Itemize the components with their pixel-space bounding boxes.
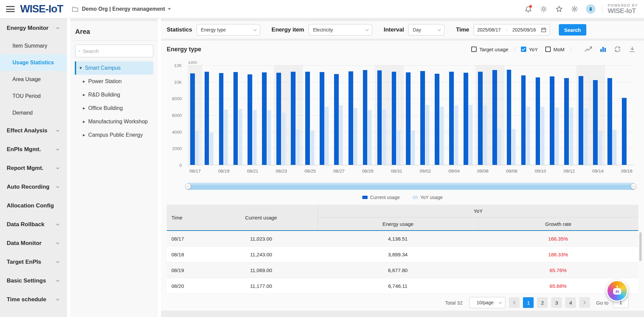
bar-yoy-usage[interactable] xyxy=(267,110,271,165)
table-row[interactable]: 08/1711,023.004,138.51166.35% xyxy=(167,231,638,247)
bar-group-09-04[interactable] xyxy=(447,65,461,165)
page-button-1[interactable]: 1 xyxy=(523,297,534,308)
bar-group-08-23[interactable] xyxy=(274,65,288,165)
bar-current-usage[interactable] xyxy=(348,71,353,165)
caret-right-icon[interactable]: ▶ xyxy=(83,120,85,123)
bar-group-08-20[interactable] xyxy=(231,65,246,165)
download-button[interactable] xyxy=(629,46,636,53)
sidebar-item-basic-settings[interactable]: Basic Settings xyxy=(0,271,67,290)
sidebar-item-item-summary[interactable]: Item Summary xyxy=(0,38,67,54)
bar-group-08-29[interactable] xyxy=(361,65,375,165)
bar-current-usage[interactable] xyxy=(507,70,512,165)
bar-current-usage[interactable] xyxy=(406,72,411,165)
bar-yoy-usage[interactable] xyxy=(555,108,559,165)
bar-group-09-10[interactable] xyxy=(533,65,548,165)
bar-group-08-19[interactable] xyxy=(217,65,231,165)
sidebar-item-usage-statistics[interactable]: Usage Statistics xyxy=(0,54,67,71)
sidebar-item-allocation-config[interactable]: Allocation Config xyxy=(0,196,67,215)
bar-yoy-usage[interactable] xyxy=(598,131,602,165)
bar-group-08-22[interactable] xyxy=(260,65,274,165)
bar-yoy-usage[interactable] xyxy=(311,130,314,165)
bar-current-usage[interactable] xyxy=(305,72,310,165)
bar-current-usage[interactable] xyxy=(377,70,382,165)
bar-current-usage[interactable] xyxy=(233,72,238,165)
bar-current-usage[interactable] xyxy=(564,78,569,165)
sidebar-item-time-schedule[interactable]: Time schedule xyxy=(0,290,67,309)
yoy-checkbox[interactable]: YoY xyxy=(521,47,538,52)
bar-current-usage[interactable] xyxy=(420,71,425,165)
bar-yoy-usage[interactable] xyxy=(368,110,372,165)
sidebar-item-energy-monitor[interactable]: Energy Monitor xyxy=(0,19,67,38)
bar-group-08-27[interactable] xyxy=(332,65,346,165)
tree-node-office-building[interactable]: ▶Office Building xyxy=(75,102,153,115)
bar-yoy-usage[interactable] xyxy=(210,133,213,165)
bar-yoy-usage[interactable] xyxy=(526,107,530,165)
sidebar-item-area-usage[interactable]: Area Usage xyxy=(0,71,67,88)
bar-group-08-26[interactable] xyxy=(317,65,332,165)
bar-group-09-14[interactable] xyxy=(591,65,605,165)
bar-group-08-31[interactable] xyxy=(389,65,404,165)
ai-assistant-button[interactable]: AI xyxy=(606,280,628,302)
bar-group-08-25[interactable] xyxy=(303,65,317,165)
sidebar-item-data-rollback[interactable]: Data Rollback xyxy=(0,215,67,234)
bar-yoy-usage[interactable] xyxy=(382,110,386,165)
zoom-handle-right[interactable] xyxy=(631,184,637,189)
bar-group-09-01[interactable] xyxy=(404,65,418,165)
bar-current-usage[interactable] xyxy=(248,74,252,165)
bar-current-usage[interactable] xyxy=(464,73,468,165)
bar-group-09-13[interactable] xyxy=(576,65,591,165)
sidebar-item-data-monitor[interactable]: Data Monitor xyxy=(0,234,67,253)
line-chart-toggle[interactable] xyxy=(584,46,592,53)
bar-current-usage[interactable] xyxy=(435,74,439,165)
tree-node-manufacturing-workshop[interactable]: ▶Manufacturing Workshop xyxy=(75,115,153,128)
bar-yoy-usage[interactable] xyxy=(224,110,228,165)
bar-group-09-06[interactable] xyxy=(476,65,490,165)
bar-group-08-21[interactable] xyxy=(246,65,260,165)
tree-node-smart-campus[interactable]: ▼Smart Campus xyxy=(75,61,153,75)
bar-current-usage[interactable] xyxy=(219,73,224,165)
bar-current-usage[interactable] xyxy=(190,73,195,165)
table-scrollbar[interactable] xyxy=(639,232,642,261)
bar-yoy-usage[interactable] xyxy=(411,130,415,165)
bar-yoy-usage[interactable] xyxy=(325,107,328,165)
page-button-2[interactable]: 2 xyxy=(537,297,548,308)
sidebar-item-report-mgmt[interactable]: Report Mgmt. xyxy=(0,159,67,178)
table-row[interactable]: 08/2011,177.006,746.1165.68% xyxy=(167,278,638,294)
bar-group-09-11[interactable] xyxy=(548,65,562,165)
bar-yoy-usage[interactable] xyxy=(483,106,487,165)
bar-current-usage[interactable] xyxy=(363,70,368,165)
chart-zoom-slider[interactable] xyxy=(188,183,634,190)
bar-yoy-usage[interactable] xyxy=(497,129,501,165)
org-selector[interactable]: Demo Org | Energy management xyxy=(82,6,171,12)
refresh-button[interactable] xyxy=(614,46,621,53)
caret-down-icon[interactable]: ▼ xyxy=(79,66,82,70)
bar-group-09-09[interactable] xyxy=(519,65,533,165)
area-search-input[interactable] xyxy=(83,48,150,54)
bar-group-08-28[interactable] xyxy=(346,65,361,165)
page-button-3[interactable]: 3 xyxy=(551,297,562,308)
sidebar-item-tou-period[interactable]: TOU Period xyxy=(0,88,67,105)
bar-current-usage[interactable] xyxy=(320,72,324,165)
bar-group-09-02[interactable] xyxy=(418,65,432,165)
sidebar-item-enpls-mgmt[interactable]: EnPls Mgmt. xyxy=(0,140,67,159)
table-row[interactable]: 08/1811,243.003,899.34188.33% xyxy=(167,247,638,262)
bar-current-usage[interactable] xyxy=(276,73,281,165)
bar-yoy-usage[interactable] xyxy=(612,130,616,165)
settings-button[interactable] xyxy=(571,5,579,13)
interval-select[interactable]: Day xyxy=(408,24,444,36)
legend-item-yoy-usage[interactable]: YoY usage xyxy=(413,195,443,200)
bar-current-usage[interactable] xyxy=(205,72,209,165)
statistics-select[interactable]: Energy type xyxy=(197,24,260,36)
bar-current-usage[interactable] xyxy=(579,76,583,165)
legend-item-current-usage[interactable]: Current usage xyxy=(362,195,400,200)
hamburger-menu-icon[interactable] xyxy=(6,6,15,12)
bar-current-usage[interactable] xyxy=(521,75,526,165)
bar-yoy-usage[interactable] xyxy=(282,113,285,165)
bar-current-usage[interactable] xyxy=(607,78,612,165)
bar-current-usage[interactable] xyxy=(492,70,497,165)
bar-chart-toggle[interactable] xyxy=(600,46,606,53)
bar-current-usage[interactable] xyxy=(334,74,339,165)
bar-current-usage[interactable] xyxy=(536,77,540,165)
bar-yoy-usage[interactable] xyxy=(469,105,472,165)
bar-current-usage[interactable] xyxy=(449,72,454,165)
